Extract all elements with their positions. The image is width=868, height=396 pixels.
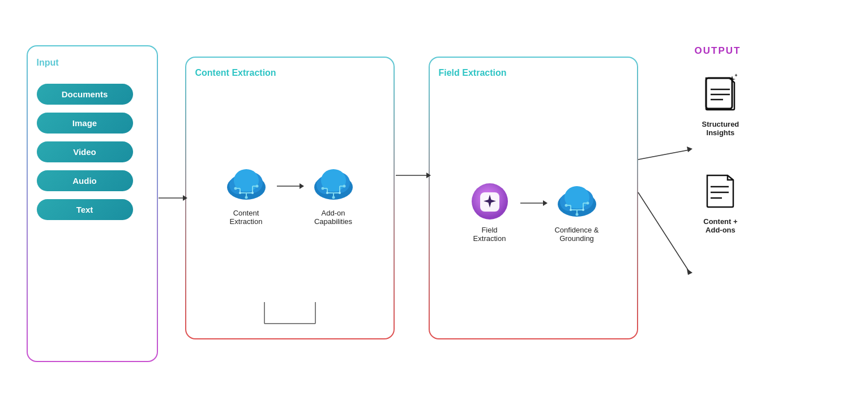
confidence-grounding-node-label: Confidence &Grounding: [554, 226, 598, 243]
svg-point-54: [582, 209, 584, 211]
content-extraction-node: ContentExtraction: [224, 163, 269, 226]
svg-line-68: [638, 192, 689, 272]
svg-point-7: [255, 185, 258, 188]
svg-marker-67: [687, 147, 692, 152]
content-extraction-label: Content Extraction: [195, 68, 384, 78]
input-items-list: Documents Image Video Audio Text: [37, 84, 148, 220]
input-item-text: Text: [37, 199, 133, 220]
output-label: OUTPUT: [695, 45, 741, 57]
addon-capabilities-node-label: Add-onCapabilities: [314, 209, 352, 226]
input-item-video: Video: [37, 141, 133, 162]
svg-point-31: [326, 192, 328, 194]
diagram: Input Documents Image Video Audio Text C…: [15, 17, 853, 379]
field-extraction-label: Field Extraction: [439, 68, 628, 78]
svg-line-66: [638, 150, 689, 160]
structured-insights-label: StructuredInsights: [702, 120, 739, 137]
confidence-grounding-node: Confidence &Grounding: [554, 180, 600, 243]
svg-point-23: [321, 187, 324, 190]
input-section: Input Documents Image Video Audio Text: [27, 45, 158, 362]
output-content-addons: Content +Add-ons: [695, 171, 747, 234]
output-structured-insights: StructuredInsights: [695, 74, 747, 137]
svg-point-45: [565, 204, 567, 207]
svg-rect-55: [706, 78, 732, 109]
svg-point-13: [239, 192, 241, 194]
content-addons-label: Content +Add-ons: [703, 217, 737, 234]
output-section: OUTPUT: [695, 45, 747, 234]
svg-marker-17: [300, 183, 304, 189]
content-extraction-section: Content Extraction: [185, 57, 395, 339]
content-extraction-icon: [224, 163, 269, 203]
field-extraction-icon: [467, 180, 512, 220]
svg-point-9: [245, 196, 247, 199]
content-extraction-node-label: ContentExtraction: [230, 209, 263, 226]
structured-insights-icon: [700, 74, 740, 115]
svg-marker-69: [687, 269, 692, 275]
arrow-ce-to-addon: [276, 180, 304, 192]
addon-capabilities-node: Add-onCapabilities: [311, 163, 356, 226]
input-label: Input: [37, 58, 148, 68]
content-addons-icon: [700, 171, 740, 213]
svg-marker-39: [543, 200, 548, 206]
field-extraction-node-label: FieldExtraction: [473, 226, 506, 243]
svg-point-27: [332, 196, 335, 199]
svg-point-5: [234, 187, 237, 190]
svg-point-14: [251, 192, 254, 194]
field-extraction-section: Field Extraction: [429, 57, 638, 339]
field-extraction-node: FieldExtraction: [467, 180, 512, 243]
svg-point-53: [570, 209, 572, 211]
input-item-image: Image: [37, 113, 133, 134]
svg-point-32: [339, 192, 341, 194]
svg-point-25: [343, 185, 345, 188]
svg-point-49: [575, 213, 578, 216]
input-item-audio: Audio: [37, 170, 133, 191]
input-item-documents: Documents: [37, 84, 133, 105]
output-items-list: StructuredInsights Content +Add-ons: [695, 74, 747, 234]
confidence-grounding-icon: [554, 180, 600, 220]
addon-capabilities-icon: [311, 163, 356, 203]
arrow-fe-to-conf: [519, 197, 548, 209]
svg-point-47: [586, 202, 589, 205]
